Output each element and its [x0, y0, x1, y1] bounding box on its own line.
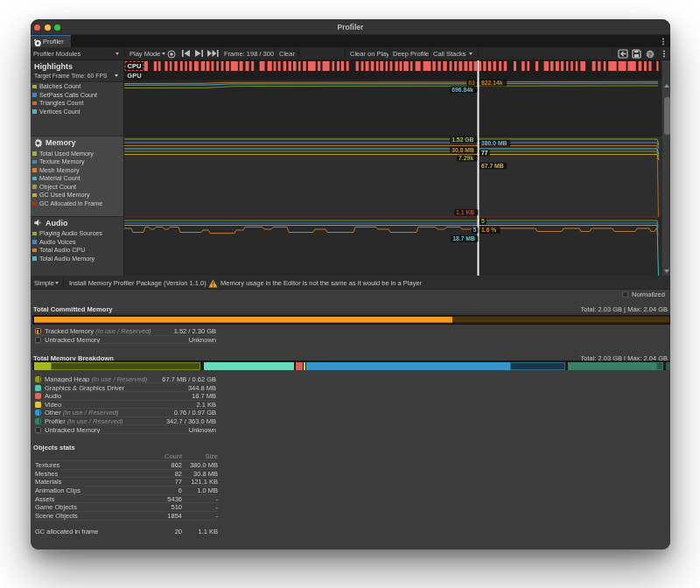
- svg-text:GPU: GPU: [127, 72, 141, 80]
- svg-text:1.1 KB: 1.1 KB: [456, 209, 474, 215]
- svg-text:7.29k: 7.29k: [458, 155, 473, 161]
- svg-text:67.7 MB: 67.7 MB: [481, 163, 504, 169]
- svg-text:696.84k: 696.84k: [452, 87, 473, 93]
- svg-text:380.0 MB: 380.0 MB: [481, 140, 508, 146]
- svg-text:5: 5: [481, 218, 485, 224]
- svg-text:CPU: CPU: [128, 62, 142, 70]
- svg-text:30.8 MB: 30.8 MB: [452, 147, 474, 153]
- svg-text:18.7 MB: 18.7 MB: [452, 235, 475, 242]
- svg-text:?: ?: [648, 51, 652, 57]
- svg-text:77: 77: [481, 150, 488, 156]
- svg-text:1.52 GB: 1.52 GB: [452, 136, 473, 143]
- svg-text:63: 63: [468, 80, 475, 86]
- svg-text:1.6 %: 1.6 %: [481, 227, 496, 233]
- svg-text:822.14k: 822.14k: [481, 80, 503, 86]
- svg-text:5: 5: [473, 227, 477, 233]
